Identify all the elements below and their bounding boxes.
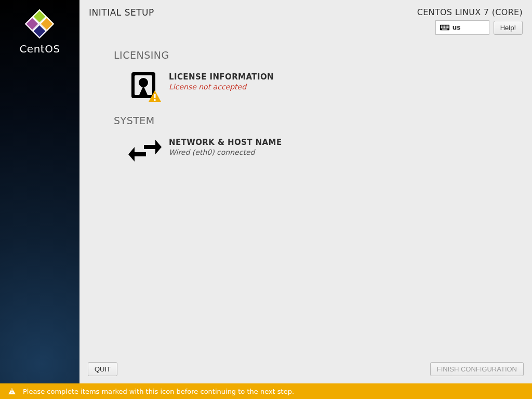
svg-rect-16 (154, 99, 156, 101)
page-title: INITIAL SETUP (89, 7, 154, 18)
keyboard-layout-value: us (453, 24, 461, 31)
svg-rect-10 (447, 27, 448, 28)
svg-rect-8 (444, 27, 445, 28)
svg-rect-6 (441, 27, 442, 28)
warning-icon (148, 90, 162, 102)
spoke-title: LICENSE INFORMATION (169, 72, 274, 82)
quit-button[interactable]: QUIT (88, 362, 117, 376)
spoke-status: License not accepted (169, 83, 274, 91)
svg-rect-4 (445, 25, 446, 26)
keyboard-icon (440, 24, 449, 31)
centos-logo-icon (26, 10, 54, 38)
warning-banner-text: Please complete items marked with this i… (23, 388, 294, 395)
spoke-license-information[interactable]: LICENSE INFORMATION License not accepted (128, 70, 398, 100)
finish-configuration-button[interactable]: FINISH CONFIGURATION (430, 362, 524, 376)
svg-rect-1 (441, 25, 442, 26)
svg-rect-2 (442, 25, 443, 26)
svg-rect-9 (445, 27, 446, 28)
svg-rect-5 (447, 25, 448, 26)
warning-banner: Please complete items marked with this i… (0, 383, 532, 399)
section-heading-licensing: LICENSING (114, 49, 532, 61)
license-icon (128, 70, 158, 100)
section-heading-system: SYSTEM (114, 115, 532, 126)
svg-rect-11 (442, 29, 447, 30)
spoke-title: NETWORK & HOST NAME (169, 138, 282, 147)
distro-label: CENTOS LINUX 7 (CORE) (417, 7, 523, 17)
product-name: CentOS (19, 43, 60, 55)
svg-rect-7 (442, 27, 443, 28)
warning-icon (8, 388, 16, 394)
help-button[interactable]: Help! (494, 21, 523, 35)
svg-rect-15 (154, 94, 156, 98)
network-icon (128, 136, 158, 166)
spoke-network-hostname[interactable]: NETWORK & HOST NAME Wired (eth0) connect… (128, 136, 398, 166)
sidebar: CentOS (0, 0, 79, 383)
svg-rect-3 (444, 25, 445, 26)
spoke-status: Wired (eth0) connected (169, 148, 282, 156)
keyboard-layout-indicator[interactable]: us (435, 20, 489, 35)
main-panel: INITIAL SETUP CENTOS LINUX 7 (CORE) us H… (79, 0, 532, 383)
